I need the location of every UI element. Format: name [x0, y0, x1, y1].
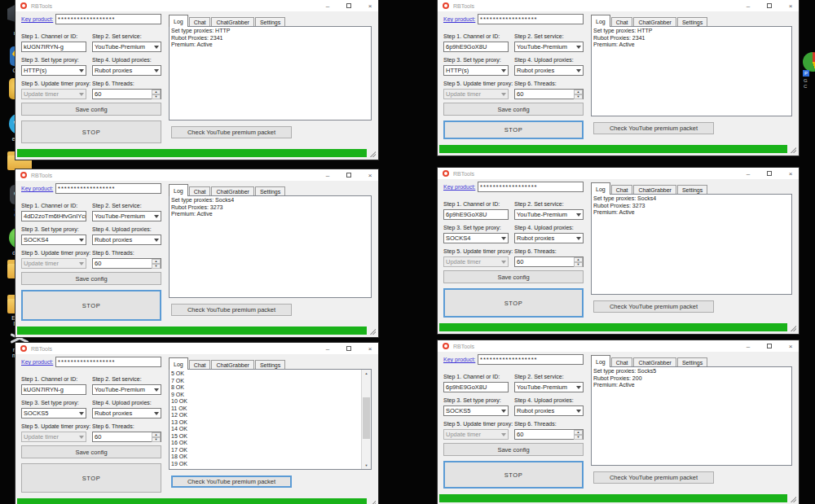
channel-input[interactable]: kUGN7IRYN-g: [21, 384, 86, 395]
threads-value[interactable]: 60: [93, 90, 152, 99]
close-button[interactable]: ×: [786, 341, 795, 352]
titlebar[interactable]: RBTools – ×: [438, 340, 799, 352]
close-button[interactable]: ×: [366, 1, 374, 11]
titlebar[interactable]: RBTools – ×: [438, 0, 799, 11]
stop-button[interactable]: STOP: [21, 463, 161, 493]
service-select[interactable]: YouTube-Premium: [514, 42, 584, 52]
close-button[interactable]: ×: [366, 344, 374, 354]
service-select[interactable]: YouTube-Premium: [92, 211, 161, 221]
maximize-button[interactable]: [345, 344, 353, 354]
service-select[interactable]: YouTube-Premium: [514, 209, 584, 220]
service-select[interactable]: YouTube-Premium: [514, 382, 584, 392]
key-product-input[interactable]: ******************: [55, 183, 161, 194]
threads-value[interactable]: 60: [93, 259, 152, 268]
resize-grip-icon[interactable]: [369, 500, 376, 504]
key-product-link[interactable]: Key product:: [21, 16, 53, 22]
minimize-button[interactable]: –: [744, 1, 752, 11]
channel-input[interactable]: 6p9hE9GoX8U: [443, 42, 509, 52]
titlebar[interactable]: RBTools – ×: [15, 343, 378, 354]
key-product-link[interactable]: Key product:: [21, 359, 53, 365]
check-button[interactable]: Check YouTube premium packet: [593, 471, 714, 484]
channel-input[interactable]: 4dD2zoTm6tHfvGnIYcmw: [21, 211, 86, 221]
key-product-input[interactable]: ******************: [55, 14, 161, 24]
threads-stepper[interactable]: 60 ▲ ▼: [514, 429, 584, 440]
proxy-type-select[interactable]: SOCKS5: [443, 405, 509, 416]
log-output[interactable]: Set type proxies: Socks5 Rubot Proxies: …: [591, 366, 792, 466]
save-config-button[interactable]: Save config: [443, 270, 584, 283]
spin-down-button[interactable]: ▼: [152, 264, 161, 269]
proxy-type-select[interactable]: HTTP(s): [443, 65, 509, 76]
resize-grip-icon[interactable]: [790, 496, 796, 502]
log-output[interactable]: Set type proxies: HTTP Rubot Proxies: 23…: [169, 26, 372, 121]
upload-proxies-select[interactable]: Rubot proxies: [92, 408, 161, 419]
proxy-type-select[interactable]: SOCKS5: [21, 408, 86, 419]
close-button[interactable]: ×: [366, 170, 374, 181]
key-product-input[interactable]: ******************: [55, 357, 161, 367]
minimize-button[interactable]: –: [324, 1, 332, 11]
stop-button[interactable]: STOP: [443, 288, 584, 318]
threads-stepper[interactable]: 60 ▲ ▼: [92, 258, 161, 269]
check-button[interactable]: Check YouTube premium packet: [593, 122, 714, 134]
stop-button[interactable]: STOP: [21, 121, 161, 143]
spin-down-button[interactable]: ▼: [574, 262, 583, 267]
resize-grip-icon[interactable]: [790, 147, 796, 153]
maximize-button[interactable]: [345, 170, 353, 181]
maximize-button[interactable]: [345, 1, 353, 11]
tab-log[interactable]: Log: [169, 15, 188, 27]
key-product-link[interactable]: Key product:: [443, 16, 475, 22]
log-output[interactable]: 5 OK 7 OK 8 OK 9 OK 10 OK 11 OK 12 OK 13…: [169, 369, 372, 470]
threads-stepper[interactable]: 60 ▲ ▼: [92, 432, 161, 442]
service-select[interactable]: YouTube-Premium: [92, 384, 161, 395]
titlebar[interactable]: RBTools – ×: [438, 168, 799, 179]
check-button[interactable]: Check YouTube premium packet: [171, 304, 292, 316]
proxy-type-select[interactable]: SOCKS4: [443, 233, 509, 243]
tab-log[interactable]: Log: [591, 355, 610, 367]
maximize-button[interactable]: [765, 341, 773, 352]
key-product-link[interactable]: Key product:: [443, 357, 475, 362]
minimize-button[interactable]: –: [744, 169, 752, 179]
threads-stepper[interactable]: 60 ▲ ▼: [514, 89, 584, 99]
channel-input[interactable]: 6p9hE9GoX8U: [443, 209, 509, 220]
log-scrollbar[interactable]: ▲ ▼: [361, 370, 371, 469]
threads-stepper[interactable]: 60 ▲ ▼: [92, 89, 161, 99]
log-output[interactable]: Set type proxies: Socks4 Rubot Proxies: …: [169, 195, 372, 298]
key-product-input[interactable]: ******************: [478, 182, 584, 192]
spin-down-button[interactable]: ▼: [152, 437, 161, 442]
log-output[interactable]: Set type proxies: HTTP Rubot Proxies: 23…: [591, 26, 792, 116]
maximize-button[interactable]: [765, 169, 773, 179]
key-product-input[interactable]: ******************: [478, 14, 584, 24]
proxy-type-select[interactable]: HTTP(s): [21, 65, 86, 76]
titlebar[interactable]: RBTools – ×: [15, 0, 378, 11]
minimize-button[interactable]: –: [324, 170, 332, 181]
key-product-link[interactable]: Key product:: [443, 184, 475, 190]
scroll-down-icon[interactable]: ▼: [362, 462, 371, 469]
titlebar[interactable]: RBTools – ×: [15, 169, 378, 181]
check-button[interactable]: Check YouTube premium packet: [593, 300, 714, 313]
resize-grip-icon[interactable]: [369, 328, 376, 335]
resize-grip-icon[interactable]: [369, 151, 376, 157]
proxy-type-select[interactable]: SOCKS4: [21, 234, 86, 245]
scroll-up-icon[interactable]: ▲: [362, 370, 371, 377]
upload-proxies-select[interactable]: Rubot proxies: [514, 233, 584, 243]
channel-input[interactable]: kUGN7IRYN-g: [21, 42, 86, 52]
upload-proxies-select[interactable]: Rubot proxies: [92, 65, 161, 76]
check-button[interactable]: Check YouTube premium packet: [171, 126, 292, 138]
key-product-input[interactable]: ******************: [478, 354, 584, 365]
save-config-button[interactable]: Save config: [21, 103, 161, 116]
key-product-link[interactable]: Key product:: [21, 186, 53, 191]
upload-proxies-select[interactable]: Rubot proxies: [514, 405, 584, 416]
minimize-button[interactable]: –: [324, 344, 332, 354]
stop-button[interactable]: STOP: [21, 290, 161, 321]
desktop-icon-right-partial[interactable]: [803, 52, 815, 72]
resize-grip-icon[interactable]: [790, 325, 796, 331]
check-button[interactable]: Check YouTube premium packet: [171, 476, 292, 488]
threads-value[interactable]: 60: [515, 257, 574, 266]
stop-button[interactable]: STOP: [443, 461, 584, 489]
minimize-button[interactable]: –: [744, 341, 752, 352]
upload-proxies-select[interactable]: Rubot proxies: [92, 234, 161, 245]
threads-value[interactable]: 60: [93, 432, 152, 441]
scroll-thumb[interactable]: [363, 397, 370, 439]
maximize-button[interactable]: [765, 1, 773, 11]
save-config-button[interactable]: Save config: [21, 272, 161, 285]
threads-value[interactable]: 60: [515, 90, 574, 99]
